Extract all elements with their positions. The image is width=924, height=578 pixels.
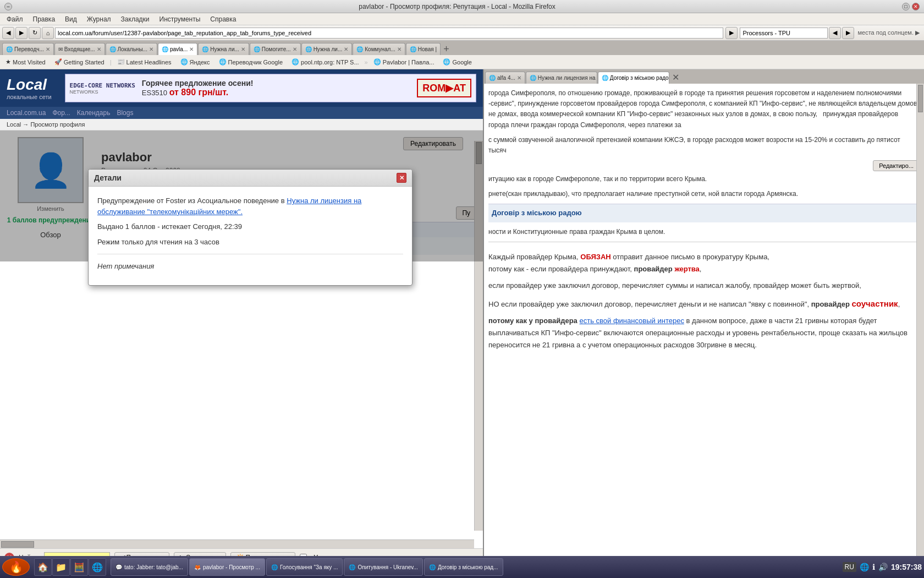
nav-forum[interactable]: Фор...	[52, 109, 70, 117]
taskbar-jabber-btn[interactable]: 💬 tato: Jabber: tato@jab...	[111, 558, 188, 576]
go-button[interactable]: ▶	[725, 27, 738, 39]
forward-button[interactable]: ▶	[15, 27, 28, 39]
tab-label: pavla...	[170, 46, 188, 52]
start-button[interactable]: 🔥	[2, 558, 30, 576]
tab-pomogite[interactable]: 🌐 Помогите... ✕	[250, 43, 301, 55]
tab-label: Нужна ли...	[210, 46, 239, 52]
menu-file[interactable]: Файл	[2, 14, 28, 24]
menu-tools[interactable]: Инструменты	[155, 14, 205, 24]
tab-pavlabor[interactable]: 🌐 pavla... ✕	[158, 43, 197, 55]
tab-close-kom[interactable]: ✕	[397, 46, 402, 52]
bookmark-pavlabor[interactable]: 🌐 Pavlabor | Павла...	[370, 57, 438, 67]
taskbar-tray: RU 🌐 ℹ 🔊 19:57:38	[843, 562, 922, 572]
main-para-3: НО если провайдер уже заключил договор, …	[488, 297, 920, 311]
bookmark-latest-headlines[interactable]: 📰 Latest Headlines	[114, 57, 175, 67]
tab-label: Новая |	[418, 46, 437, 52]
second-bar-start: места под солнцем. ▶	[855, 29, 922, 36]
address-bar-container: ▶	[55, 27, 828, 39]
taskbar-icon-globe[interactable]: 🌐	[89, 558, 106, 576]
tab-close-pavla[interactable]: ✕	[189, 46, 194, 52]
tab-close-vhod[interactable]: ✕	[97, 46, 101, 52]
bookmark-getting-started[interactable]: 🚀 Getting Started	[51, 57, 108, 67]
tab-lokalnye[interactable]: 🌐 Локальны... ✕	[106, 43, 157, 55]
nav-blogs[interactable]: Blogs	[117, 109, 133, 117]
taskbar-golosovanie-btn[interactable]: 🌐 Голосування "За яку ...	[266, 558, 343, 576]
modal-mode-text: Режим только для чтения на 3 часов	[97, 237, 403, 248]
tab-kommunal[interactable]: 🌐 Коммунал... ✕	[353, 43, 405, 55]
taskbar-dog-label: Договір з міською рад...	[438, 564, 498, 570]
tab-close-pom[interactable]: ✕	[293, 46, 297, 52]
modal-dialog: Детали ✕ Предупреждение от Foster из Асо…	[88, 169, 413, 286]
taskbar-icon-calc[interactable]: 🧮	[70, 558, 88, 576]
window-minimize-btn[interactable]: –	[4, 3, 12, 10]
main-browser-panel: Local локальные сети EDGE-CORE NETWORKS …	[0, 69, 484, 578]
hscroll-thumb[interactable]	[1, 541, 34, 548]
horizontal-scrollbar[interactable]	[0, 539, 474, 548]
site-logo: Local	[7, 76, 52, 94]
window-close-btn[interactable]: ✕	[912, 3, 920, 10]
nav-calendar[interactable]: Календарь	[77, 109, 111, 117]
para2-bold: провайдер	[634, 265, 675, 273]
modal-close-button[interactable]: ✕	[397, 173, 406, 183]
page-nav: Local.com.ua Фор... Календарь Blogs	[0, 107, 483, 119]
second-tab-dogovor[interactable]: 🌐 Договір з міською радою ... ✕	[598, 72, 669, 84]
taskbar-icon-home[interactable]: 🏠	[34, 558, 52, 576]
ad-banner[interactable]: EDGE-CORE NETWORKS NETWORKS Горячее пред…	[65, 74, 476, 102]
second-tab-nuzhna[interactable]: 🌐 Нужна ли лицензия на обс... ✕	[526, 72, 597, 84]
new-tab-button[interactable]: +	[441, 43, 452, 55]
bookmark-google[interactable]: 🌐 Google	[439, 57, 475, 67]
tab-nuzhna2[interactable]: 🌐 Нужна ли... ✕	[301, 43, 353, 55]
right-vertical-scrollbar[interactable]	[916, 84, 924, 563]
tray-lang: RU	[843, 562, 856, 572]
address-input[interactable]	[55, 28, 723, 39]
bookmark-google-translate[interactable]: 🌐 Переводчик Google	[216, 57, 287, 67]
menu-bar: Файл Правка Вид Журнал Закладки Инструме…	[0, 13, 924, 25]
nav-extra-right[interactable]: ▶	[842, 27, 854, 39]
right-edit-btn[interactable]: Редактиро...	[873, 160, 920, 171]
search-input[interactable]	[740, 28, 828, 39]
menu-journal[interactable]: Журнал	[82, 14, 116, 24]
breadcrumb: Local → Просмотр профиля	[0, 119, 483, 130]
menu-help[interactable]: Справка	[206, 14, 240, 24]
site-subtitle: локальные сети	[7, 94, 52, 100]
site-header: Local локальные сети EDGE-CORE NETWORKS …	[0, 69, 483, 107]
tab-icon: ✉	[58, 46, 63, 52]
bookmark-ntp[interactable]: 🌐 pool.ntp.org: NTP S...	[288, 57, 362, 67]
tab-close-perevodchik[interactable]: ✕	[46, 46, 50, 52]
tab-vhodyaschie[interactable]: ✉ Входящие... ✕	[54, 43, 105, 55]
close-alfa[interactable]: ✕	[517, 75, 521, 81]
tab-icon: 🌐	[202, 46, 208, 52]
second-new-tab-btn[interactable]: ✕	[670, 72, 681, 83]
nav-extra-left[interactable]: ◀	[829, 27, 841, 39]
taskbar-dogovor-btn[interactable]: 🌐 Договір з міською рад...	[424, 558, 503, 576]
second-page-content: города Симферополя, по отношению громаде…	[484, 84, 924, 563]
taskbar-icon-folder[interactable]: 📁	[52, 558, 70, 576]
right-para-3: итуацию как в городе Симферополе, так и …	[488, 174, 920, 184]
right-post-link[interactable]: Договір з міською радою	[492, 209, 582, 217]
tab-perevodchik[interactable]: 🌐 Переводч... ✕	[2, 43, 54, 55]
second-tab-alfa[interactable]: 🌐 alfa 4... ✕	[485, 72, 525, 84]
back-button[interactable]: ◀	[2, 27, 14, 39]
bookmark-most-visited[interactable]: ★ Most Visited	[2, 57, 49, 67]
menu-view[interactable]: Вид	[61, 14, 81, 24]
menu-bookmarks[interactable]: Закладки	[117, 14, 154, 24]
modal-header: Детали ✕	[89, 170, 412, 187]
home-button[interactable]: ⌂	[42, 27, 54, 39]
nav-local[interactable]: Local.com.ua	[7, 109, 46, 117]
para1-start: Каждый провайдер Крыма,	[488, 253, 579, 261]
tab-close-n1[interactable]: ✕	[241, 46, 245, 52]
tab-novaya[interactable]: 🌐 Новая |	[406, 43, 441, 55]
start-icon: 🔥	[9, 560, 23, 574]
taskbar-pavlabor-btn[interactable]: 🦊 pavlabor - Просмотр ...	[189, 558, 265, 576]
reload-button[interactable]: ↻	[29, 27, 41, 39]
tab-close-lok[interactable]: ✕	[149, 46, 153, 52]
menu-edit[interactable]: Правка	[29, 14, 60, 24]
para5-link[interactable]: есть свой финансовый интерес	[579, 317, 684, 325]
tab-close-n2[interactable]: ✕	[344, 46, 348, 52]
window-restore-btn[interactable]: □	[902, 3, 910, 10]
right-scrollbar-thumb[interactable]	[918, 85, 923, 112]
tab-nuzhna1[interactable]: 🌐 Нужна ли... ✕	[198, 43, 249, 55]
taskbar-opituvanya-btn[interactable]: 🌐 Опитування - Ukranev...	[344, 558, 422, 576]
bookmark-yandex[interactable]: 🌐 Яндекс	[177, 57, 213, 67]
para2-victim: жертва	[674, 265, 699, 273]
